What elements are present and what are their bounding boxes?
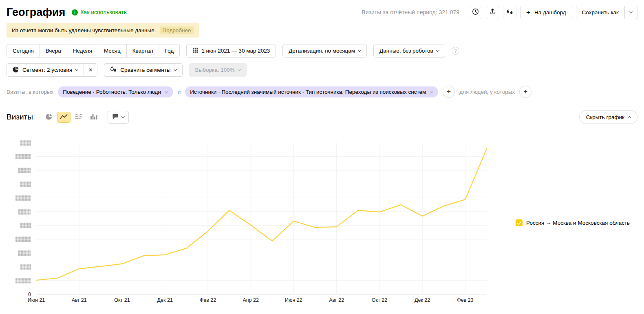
visits-chart: 0 Июн 21Авг 21Окт 21Дек 21Фев 22Апр 22Ию… [7, 143, 637, 294]
save-as-button[interactable]: Сохранить как [576, 6, 625, 19]
remove-filter-icon[interactable]: × [165, 89, 168, 95]
y-tick-redacted [15, 154, 31, 159]
calendar-grid-icon [192, 47, 198, 54]
chevron-down-icon [121, 115, 125, 118]
chart-type-line-button[interactable] [57, 112, 71, 123]
banner-text: Из отчета могли быть удалены чувствитель… [12, 27, 156, 33]
chevron-down-icon [237, 68, 240, 71]
y-tick-redacted [18, 168, 31, 173]
x-axis-label: Авг 22 [329, 297, 344, 303]
x-axis-label: Окт 22 [372, 297, 387, 303]
y-tick-redacted [20, 181, 31, 187]
legend-checkbox[interactable] [516, 219, 523, 226]
preset-month[interactable]: Месяц [98, 44, 127, 57]
segment-clear-button[interactable]: × [84, 63, 97, 77]
add-to-dashboard-label: На дашборд [534, 9, 566, 15]
banner-more-link[interactable]: Подробнее [160, 27, 194, 34]
detalization-label: Детализация: по месяцам [289, 48, 355, 54]
chevron-down-icon [75, 68, 78, 71]
annotations-dropdown[interactable] [108, 111, 129, 124]
history-button[interactable] [469, 6, 482, 19]
page-title: География [7, 5, 65, 20]
date-range-label: 1 июн 2021 — 30 мар 2023 [201, 48, 270, 54]
detalization-dropdown[interactable]: Детализация: по месяцам [282, 44, 367, 57]
chevron-down-icon [629, 10, 633, 13]
and-label: и [178, 89, 181, 95]
visits-condition-label: Визиты, в которых [7, 89, 53, 95]
x-axis-label: Дек 22 [415, 297, 430, 303]
how-to-use-link[interactable]: i Как использовать [72, 9, 127, 15]
data-mode-dropdown[interactable]: Данные: без роботов [373, 44, 445, 57]
export-button[interactable] [486, 6, 499, 19]
bar-chart-icon [90, 113, 97, 121]
x-axis-label: Фев 23 [457, 297, 473, 303]
help-icon[interactable]: ? [452, 47, 459, 55]
people-condition-label: для людей, у которых [459, 89, 515, 95]
preset-year[interactable]: Год [159, 44, 180, 57]
sampling-dropdown[interactable]: Выборка: 100% [189, 63, 247, 77]
preset-week[interactable]: Неделя [67, 44, 98, 57]
plus-icon: + [526, 9, 530, 16]
filter-chip-label: Поведение · Роботность: Только люди [63, 89, 161, 95]
hide-chart-label: Скрыть график [586, 114, 624, 120]
add-to-dashboard-button[interactable]: + На дашборд [520, 6, 572, 19]
line-chart-icon [60, 114, 68, 121]
save-as-split-button: Сохранить как [576, 6, 637, 19]
info-icon: i [72, 9, 78, 15]
chart-type-bar-button[interactable] [87, 111, 100, 123]
save-as-dropdown-button[interactable] [624, 6, 637, 19]
preset-yesterday[interactable]: Вчера [40, 44, 67, 57]
date-range-button[interactable]: 1 июн 2021 — 30 мар 2023 [186, 44, 276, 57]
pie-chart-icon [46, 113, 53, 121]
stacked-lines-icon [75, 113, 83, 121]
compare-drops-icon [110, 66, 117, 74]
chevron-down-icon [436, 49, 439, 52]
chevron-down-icon [358, 49, 361, 52]
y-tick-redacted [20, 264, 31, 270]
preset-quarter[interactable]: Квартал [126, 44, 159, 57]
chart-title: Визиты [7, 113, 33, 122]
y-tick-redacted [18, 209, 31, 214]
period-controls-row: Сегодня Вчера Неделя Месяц Квартал Год 1… [7, 44, 637, 57]
preset-today[interactable]: Сегодня [7, 44, 40, 57]
comments-button[interactable] [503, 6, 516, 19]
sensitive-data-banner: Из отчета могли быть удалены чувствитель… [7, 23, 199, 38]
hide-chart-button[interactable]: Скрыть график [579, 110, 637, 124]
remove-filter-icon[interactable]: × [430, 89, 433, 95]
line-chart-svg [36, 143, 487, 294]
add-people-condition-button[interactable]: + [519, 86, 532, 98]
y-axis-zero-label: 0 [28, 292, 31, 297]
chart-plot-area[interactable]: Июн 21Авг 21Окт 21Дек 21Фев 22Апр 22Июн … [36, 143, 486, 294]
x-axis-labels: Июн 21Авг 21Окт 21Дек 21Фев 22Апр 22Июн … [36, 297, 486, 305]
comment-bubble-icon [112, 113, 119, 121]
y-axis-labels: 0 [7, 143, 36, 294]
compare-segments-label: Сравнить сегменты [120, 67, 170, 73]
visits-series-line [36, 149, 487, 280]
filters-row: Визиты, в которых Поведение · Роботность… [7, 86, 637, 98]
segment-control: Сегмент: 2 условия × [7, 63, 97, 77]
filter-chip-robots[interactable]: Поведение · Роботность: Только люди × [58, 86, 173, 97]
period-preset-group: Сегодня Вчера Неделя Месяц Квартал Год [7, 44, 180, 57]
x-axis-label: Дек 21 [157, 297, 173, 303]
segments-row: Сегмент: 2 условия × Сравнить сегменты В… [7, 63, 637, 77]
x-axis-label: Июн 22 [285, 297, 302, 303]
chart-legend: Россия → Москва и Московская область [516, 219, 630, 226]
chevron-down-icon [173, 68, 176, 71]
segment-label: Сегмент: 2 условия [22, 67, 72, 73]
x-axis-label: Июн 21 [28, 297, 45, 303]
chart-type-pie-button[interactable] [43, 111, 55, 123]
y-tick-redacted [15, 237, 31, 242]
compare-segments-dropdown[interactable]: Сравнить сегменты [104, 63, 182, 77]
segment-dropdown[interactable]: Сегмент: 2 условия [7, 63, 84, 77]
sampling-label: Выборка: 100% [195, 67, 235, 73]
y-tick-redacted [20, 223, 31, 228]
upload-icon [489, 8, 496, 16]
add-visit-condition-button[interactable]: + [443, 86, 455, 98]
top-bar: География i Как использовать Визиты за о… [7, 5, 637, 20]
data-mode-label: Данные: без роботов [379, 48, 433, 54]
x-axis-label: Фев 22 [200, 297, 216, 303]
y-tick-redacted [20, 140, 31, 146]
chart-type-area-button[interactable] [72, 111, 86, 123]
filter-chip-source[interactable]: Источники · Последний значимый источник … [185, 86, 438, 97]
y-tick-redacted [15, 278, 31, 283]
